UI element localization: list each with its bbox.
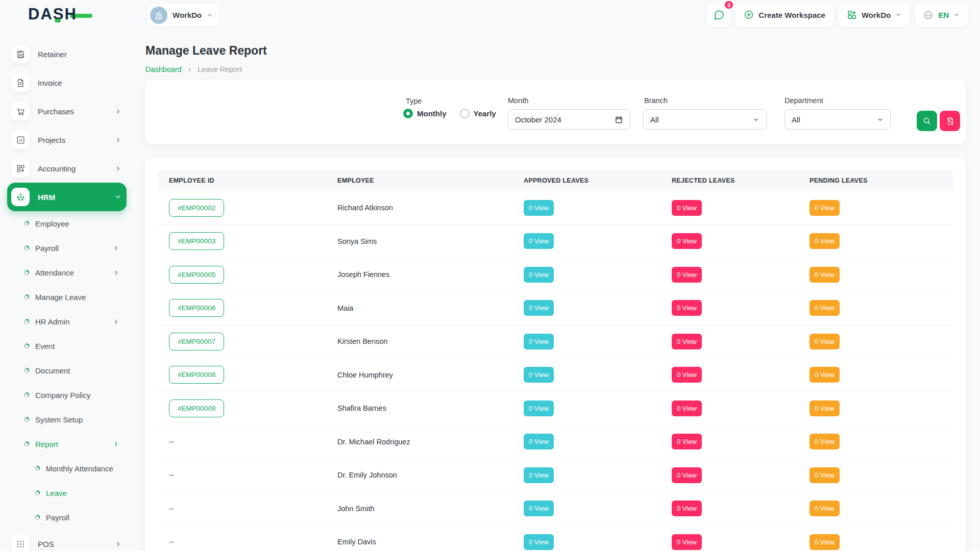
file-off-icon xyxy=(946,117,954,126)
sidebar-item-accounting[interactable]: Accounting xyxy=(7,154,127,183)
monthly-radio[interactable] xyxy=(403,109,413,118)
sidebar-subitem-monthly-attendance[interactable]: Monthly Attendance xyxy=(7,456,127,481)
employee-id-button[interactable]: #EMP00008 xyxy=(169,366,224,384)
rejected-views-badge[interactable]: 0 View xyxy=(672,200,702,216)
yearly-radio[interactable] xyxy=(460,109,470,118)
pending-views-badge[interactable]: 0 View xyxy=(810,500,840,516)
sidebar-item-label: Projects xyxy=(38,136,107,144)
pending-views-badge[interactable]: 0 View xyxy=(810,267,840,283)
leave-report-table: EMPLOYEE ID EMPLOYEE APPROVED LEAVES REJ… xyxy=(145,158,966,551)
chevron-down-icon xyxy=(753,116,760,123)
month-label: Month xyxy=(508,96,528,105)
sidebar-item-pos[interactable]: POS xyxy=(7,530,127,551)
approved-views-badge[interactable]: 0 View xyxy=(524,334,554,349)
sidebar-item-label: Invoice xyxy=(38,79,121,87)
sidebar-subitem-payroll[interactable]: Payroll xyxy=(7,236,127,260)
sidebar-item-hrm[interactable]: HRM xyxy=(7,183,127,211)
sidebar-subitem-company-policy[interactable]: Company Policy xyxy=(7,383,127,407)
table-row: #EMP00002Richard Atkinson0 View0 View0 V… xyxy=(158,191,953,225)
employee-id-button[interactable]: #EMP00006 xyxy=(169,299,224,317)
language-selector[interactable]: EN xyxy=(915,3,968,27)
rejected-views-badge[interactable]: 0 View xyxy=(672,534,702,550)
employee-id-button[interactable]: #EMP00003 xyxy=(169,232,224,250)
sidebar-item-projects[interactable]: Projects xyxy=(7,126,127,154)
rejected-views-badge[interactable]: 0 View xyxy=(672,334,702,349)
sidebar-subitem-employee[interactable]: Employee xyxy=(7,211,127,236)
pending-views-badge[interactable]: 0 View xyxy=(810,300,840,316)
table-row: #EMP00007Kirsten Benson0 View0 View0 Vie… xyxy=(158,325,953,359)
chevron-right-icon xyxy=(113,245,119,252)
sidebar-subitem-leave[interactable]: Leave xyxy=(7,481,127,505)
approved-views-badge[interactable]: 0 View xyxy=(524,233,554,249)
rejected-views-badge[interactable]: 0 View xyxy=(672,434,702,449)
invoice-icon xyxy=(11,73,30,92)
sidebar-subitem-system-setup[interactable]: System Setup xyxy=(7,407,127,432)
bullet-icon xyxy=(35,466,40,471)
sidebar-subitem-event[interactable]: Event xyxy=(7,334,127,358)
pending-views-badge[interactable]: 0 View xyxy=(810,400,840,416)
approved-views-badge[interactable]: 0 View xyxy=(524,200,554,216)
chevron-right-icon xyxy=(113,441,119,447)
chevron-right-icon xyxy=(115,137,121,143)
sidebar-item-invoice[interactable]: Invoice xyxy=(7,68,127,97)
chevron-right-icon xyxy=(115,108,121,115)
sidebar-subitem-payroll[interactable]: Payroll xyxy=(7,505,127,530)
pending-views-badge[interactable]: 0 View xyxy=(810,233,840,249)
pending-views-badge[interactable]: 0 View xyxy=(810,200,840,216)
sidebar-subitem-manage-leave[interactable]: Manage Leave xyxy=(7,285,127,309)
rejected-views-badge[interactable]: 0 View xyxy=(672,367,702,383)
pending-views-badge[interactable]: 0 View xyxy=(810,534,840,550)
department-select[interactable]: All xyxy=(785,109,891,130)
sidebar-subitem-report[interactable]: Report xyxy=(7,432,127,456)
employee-id-button[interactable]: #EMP00009 xyxy=(169,399,224,417)
approved-views-badge[interactable]: 0 View xyxy=(524,534,554,550)
employee-id-button[interactable]: #EMP00002 xyxy=(169,199,224,217)
create-workspace-button[interactable]: Create Workspace xyxy=(736,3,834,27)
rejected-views-badge[interactable]: 0 View xyxy=(672,500,702,516)
branch-select[interactable]: All xyxy=(643,109,767,130)
breadcrumb-dashboard-link[interactable]: Dashboard xyxy=(145,65,182,73)
sidebar-subitem-attendance[interactable]: Attendance xyxy=(7,260,127,285)
bullet-icon xyxy=(24,343,29,348)
approved-views-badge[interactable]: 0 View xyxy=(524,500,554,516)
sidebar-subitem-label: Payroll xyxy=(46,513,119,522)
rejected-views-badge[interactable]: 0 View xyxy=(672,300,702,316)
pending-views-badge[interactable]: 0 View xyxy=(810,434,840,449)
employee-id-button[interactable]: #EMP00005 xyxy=(169,266,224,284)
rejected-views-badge[interactable]: 0 View xyxy=(672,233,702,249)
rejected-views-badge[interactable]: 0 View xyxy=(672,400,702,416)
approved-views-badge[interactable]: 0 View xyxy=(524,367,554,383)
approved-views-badge[interactable]: 0 View xyxy=(524,300,554,316)
messenger-button[interactable]: 0 xyxy=(707,3,730,27)
pending-views-badge[interactable]: 0 View xyxy=(810,367,840,383)
chevron-down-icon xyxy=(114,193,121,201)
chevron-right-icon xyxy=(115,165,121,172)
apply-filter-button[interactable] xyxy=(917,111,937,131)
sidebar-subitem-label: Attendance xyxy=(35,268,107,277)
bullet-icon xyxy=(24,319,29,324)
sidebar-subitem-hr-admin[interactable]: HR Admin xyxy=(7,309,127,334)
employee-id-button[interactable]: #EMP00007 xyxy=(169,333,224,350)
rejected-views-badge[interactable]: 0 View xyxy=(672,267,702,283)
approved-views-badge[interactable]: 0 View xyxy=(524,434,554,449)
col-rejected-leaves: REJECTED LEAVES xyxy=(660,170,798,191)
app-logo[interactable]: DASH xyxy=(28,6,92,22)
pending-views-badge[interactable]: 0 View xyxy=(810,334,840,349)
approved-views-badge[interactable]: 0 View xyxy=(524,467,554,483)
approved-views-badge[interactable]: 0 View xyxy=(524,267,554,283)
sidebar-item-purchases[interactable]: Purchases xyxy=(7,97,127,126)
month-input[interactable]: October 2024 xyxy=(508,109,630,130)
sidebar-item-label: HRM xyxy=(38,193,106,202)
rejected-views-badge[interactable]: 0 View xyxy=(672,467,702,483)
app-switcher-menu[interactable]: WorkDo xyxy=(839,3,910,27)
sidebar-subitem-document[interactable]: Document xyxy=(7,358,127,383)
sidebar-item-retainer[interactable]: Retainer xyxy=(7,40,127,68)
employee-name: Emily Davis xyxy=(337,538,376,546)
employee-name: Kirsten Benson xyxy=(337,337,387,345)
pending-views-badge[interactable]: 0 View xyxy=(810,467,840,483)
approved-views-badge[interactable]: 0 View xyxy=(524,400,554,416)
workspace-switcher[interactable]: WorkDo xyxy=(148,4,219,26)
yearly-radio-label[interactable]: Yearly xyxy=(474,109,496,118)
reset-filter-button[interactable] xyxy=(940,111,960,131)
monthly-radio-label[interactable]: Monthly xyxy=(417,109,447,118)
